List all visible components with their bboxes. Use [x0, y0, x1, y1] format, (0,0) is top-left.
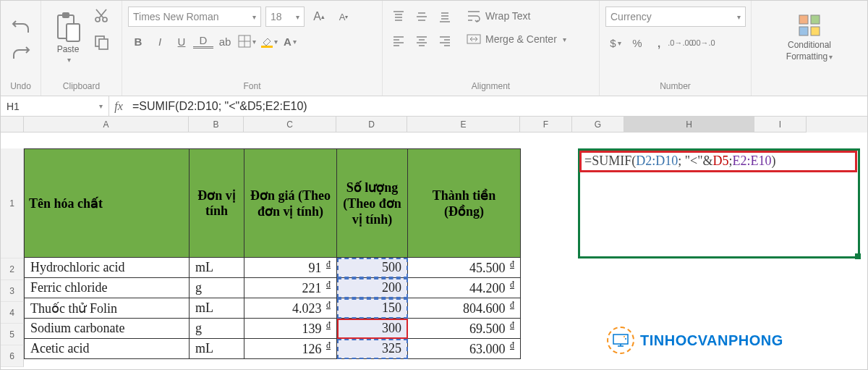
- group-label-clipboard: Clipboard: [47, 81, 116, 94]
- formula-bar: H1▾ fx =SUMIF(D2:D10; "<"&D5;E2:E10): [1, 96, 867, 117]
- decrease-decimal-icon[interactable]: .00→.0: [692, 33, 712, 52]
- cell[interactable]: 4.023 đ: [244, 298, 337, 319]
- row-header[interactable]: 4: [1, 302, 24, 324]
- fill-color-button[interactable]: ▾: [258, 32, 278, 51]
- align-middle-icon[interactable]: [412, 7, 432, 26]
- svg-rect-2: [67, 24, 80, 41]
- cell[interactable]: 500: [337, 258, 408, 278]
- row-header[interactable]: 1: [1, 148, 24, 258]
- paste-button[interactable]: Paste ▾: [47, 4, 89, 70]
- cell[interactable]: mL: [190, 339, 244, 359]
- wrap-text-button[interactable]: Wrap Text: [467, 7, 566, 25]
- currency-icon[interactable]: $▾: [605, 33, 626, 52]
- data-table: Tên hóa chất Đơn vị tính Đơn giá (Theo đ…: [24, 148, 521, 359]
- col-header[interactable]: F: [520, 117, 572, 133]
- decrease-font-icon[interactable]: A▾: [333, 7, 354, 26]
- header-cell[interactable]: Đơn vị tính: [190, 149, 244, 258]
- align-left-icon[interactable]: [388, 32, 409, 51]
- col-header[interactable]: D: [336, 117, 407, 133]
- col-header[interactable]: B: [189, 117, 244, 133]
- cell[interactable]: 91 đ: [244, 258, 337, 278]
- svg-rect-13: [811, 27, 820, 35]
- align-right-icon[interactable]: [435, 32, 455, 51]
- borders-button[interactable]: ▾: [237, 32, 257, 51]
- merge-center-button[interactable]: Merge & Center▾: [467, 30, 566, 49]
- font-name-select[interactable]: Times New Roman▾: [128, 7, 261, 27]
- cell[interactable]: 200: [337, 278, 408, 298]
- cell[interactable]: 69.500 đ: [408, 319, 521, 339]
- formula-input[interactable]: =SUMIF(D2:D10; "<"&D5;E2:E10): [128, 100, 867, 113]
- align-center-icon[interactable]: [412, 32, 432, 51]
- row-header[interactable]: 2: [1, 258, 24, 280]
- table-row: Acetic acidmL126 đ32563.000 đ: [25, 339, 521, 359]
- watermark: TINHOCVANPHONG: [607, 327, 783, 354]
- cell[interactable]: 126 đ: [244, 339, 337, 359]
- table-row: Sodium carbonateg139 đ30069.500 đ: [25, 319, 521, 339]
- cell[interactable]: Hydrochloric acid: [25, 258, 190, 278]
- row-header[interactable]: 3: [1, 280, 24, 302]
- number-format-select[interactable]: Currency▾: [605, 7, 746, 27]
- select-all-corner[interactable]: [1, 117, 24, 133]
- align-top-icon[interactable]: [388, 7, 409, 26]
- increase-font-icon[interactable]: A▴: [309, 7, 329, 26]
- cell[interactable]: mL: [190, 258, 244, 278]
- svg-rect-8: [261, 46, 273, 48]
- copy-icon[interactable]: [93, 34, 109, 50]
- annotation-highlight: [579, 151, 857, 172]
- header-cell[interactable]: Đơn giá (Theo đơn vị tính): [244, 149, 337, 258]
- align-bottom-icon[interactable]: [435, 7, 455, 26]
- col-header[interactable]: E: [407, 117, 520, 133]
- col-header[interactable]: G: [572, 117, 624, 133]
- svg-rect-6: [99, 39, 108, 49]
- table-row: Thuốc thử FolinmL4.023 đ150804.600 đ: [25, 298, 521, 319]
- cell[interactable]: 221 đ: [244, 278, 337, 298]
- cell[interactable]: Ferric chloride: [25, 278, 190, 298]
- increase-decimal-icon[interactable]: .0→.00: [671, 33, 691, 52]
- cut-icon[interactable]: [93, 8, 109, 24]
- cell[interactable]: 150: [337, 298, 408, 319]
- cell[interactable]: 325: [337, 339, 408, 359]
- font-size-select[interactable]: 18▾: [265, 7, 305, 27]
- header-cell[interactable]: Thành tiền (Đồng): [408, 149, 521, 258]
- fx-icon[interactable]: fx: [109, 100, 128, 113]
- group-label-number: Number: [605, 81, 745, 94]
- bold-button[interactable]: B: [128, 32, 148, 51]
- cell[interactable]: g: [190, 319, 244, 339]
- cell[interactable]: 300: [337, 319, 408, 339]
- svg-point-15: [624, 336, 625, 337]
- header-cell[interactable]: Tên hóa chất: [25, 149, 190, 258]
- font-color-button[interactable]: A▾: [280, 32, 300, 51]
- redo-icon[interactable]: [12, 45, 30, 61]
- cell[interactable]: 63.000 đ: [408, 339, 521, 359]
- group-label-undo: Undo: [7, 81, 35, 94]
- comma-icon[interactable]: ,: [649, 33, 669, 52]
- cell[interactable]: 139 đ: [244, 319, 337, 339]
- col-header[interactable]: C: [244, 117, 336, 133]
- col-header-active[interactable]: H: [624, 117, 754, 133]
- row-header[interactable]: 5: [1, 324, 24, 345]
- cell[interactable]: 804.600 đ: [408, 298, 521, 319]
- col-header[interactable]: I: [754, 117, 807, 133]
- cell[interactable]: mL: [190, 298, 244, 319]
- undo-icon[interactable]: [12, 19, 30, 35]
- svg-rect-11: [811, 15, 820, 24]
- row-header[interactable]: 6: [1, 345, 24, 367]
- cell[interactable]: Sodium carbonate: [25, 319, 190, 339]
- col-header[interactable]: A: [24, 117, 189, 133]
- italic-button[interactable]: I: [150, 32, 170, 51]
- column-headers: A B C D E F G H I: [1, 117, 867, 133]
- name-box[interactable]: H1▾: [1, 96, 109, 116]
- double-underline-button[interactable]: D: [193, 34, 213, 49]
- cell[interactable]: 44.200 đ: [408, 278, 521, 298]
- fill-handle[interactable]: [855, 253, 861, 259]
- percent-icon[interactable]: %: [627, 33, 647, 52]
- cell[interactable]: g: [190, 278, 244, 298]
- header-cell[interactable]: Số lượng (Theo đơn vị tính): [337, 149, 408, 258]
- cell[interactable]: Thuốc thử Folin: [25, 298, 190, 319]
- group-label-alignment: Alignment: [388, 81, 593, 94]
- cell[interactable]: 45.500 đ: [408, 258, 521, 278]
- underline-button[interactable]: U: [171, 32, 192, 51]
- cell[interactable]: Acetic acid: [25, 339, 190, 359]
- conditional-formatting-button[interactable]: Conditional Formatting▾: [777, 4, 842, 70]
- strikethrough-button[interactable]: ab: [215, 32, 235, 51]
